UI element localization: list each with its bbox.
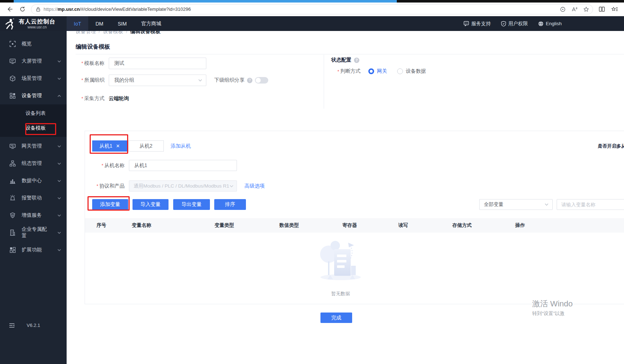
chevron-down-icon xyxy=(57,77,61,81)
sidebar-item-enterprise-config[interactable]: 企业专属配置 xyxy=(0,224,67,241)
sidebar-item-label: 概览 xyxy=(22,41,61,47)
protocol-label: 协议和产品 xyxy=(99,183,125,189)
sidebar-item-gateway-mgmt[interactable]: 网关管理 xyxy=(0,138,67,155)
nav-tab-iot[interactable]: IoT xyxy=(67,16,88,31)
breadcrumb-item[interactable]: 设备模板 xyxy=(103,31,123,34)
url-domain: mp.usr.cn xyxy=(58,6,80,12)
chevron-up-icon xyxy=(57,94,61,98)
add-slave-link[interactable]: 添加从机 xyxy=(171,143,191,149)
sidebar-item-data-center[interactable]: 数据中心 xyxy=(0,172,67,189)
tab-slave-2[interactable]: 从机2 xyxy=(128,140,164,152)
chevron-down-icon xyxy=(57,59,61,63)
org-select-value: 我的分组 xyxy=(114,77,134,84)
back-icon[interactable] xyxy=(5,5,14,14)
sidebar-item-label: 网关管理 xyxy=(22,143,51,149)
multi-slave-label: 是否开启多从机 xyxy=(598,143,624,149)
collapse-sidebar-icon[interactable] xyxy=(9,323,15,328)
org-select[interactable]: 我的分组 xyxy=(109,75,206,86)
collections-icon[interactable] xyxy=(610,5,619,14)
nav-tab-dm[interactable]: DM xyxy=(88,16,111,31)
split-screen-icon[interactable] xyxy=(597,5,606,14)
form-vertical-divider xyxy=(324,55,324,109)
address-bar[interactable]: https://mp.usr.cn/#/cloud/device/ViewEdi… xyxy=(31,4,593,14)
template-name-input[interactable] xyxy=(109,58,206,69)
slave-panel: 从机1 ✕ 从机2 添加从机 是否开启多从机 *从机名称 *协议和产品 通用Mo… xyxy=(85,131,624,304)
protocol-select-disabled: 通用Modbus / PLC / DL/Modbus/Modbus R1 xyxy=(129,180,237,192)
import-variable-button[interactable]: 导入变量 xyxy=(133,199,169,210)
big-screen-icon xyxy=(9,58,16,64)
sidebar-item-device-mgmt[interactable]: 设备管理 xyxy=(0,87,67,104)
close-tab-icon[interactable]: ✕ xyxy=(116,143,120,149)
column-header: 操作 xyxy=(515,222,624,229)
variable-search-input[interactable] xyxy=(557,199,624,210)
refresh-icon[interactable] xyxy=(18,5,27,14)
gem-shield-icon xyxy=(9,212,16,219)
browser-tab-strip xyxy=(0,0,624,3)
sidebar-item-alarm-linkage[interactable]: 报警联动 xyxy=(0,189,67,207)
share-toggle[interactable] xyxy=(255,77,268,84)
sidebar-item-screen-mgmt[interactable]: 大屏管理 xyxy=(0,53,67,70)
title-divider xyxy=(76,54,624,54)
protocol-row: *协议和产品 通用Modbus / PLC / DL/Modbus/Modbus… xyxy=(92,180,237,192)
usr-logo-icon xyxy=(5,18,15,30)
chevron-down-icon xyxy=(229,184,234,188)
sidebar-item-device-template[interactable]: 设备模板 xyxy=(0,121,67,135)
sidebar-item-extensions[interactable]: 扩展功能 xyxy=(0,241,67,259)
device-submenu: 设备列表 设备模板 xyxy=(0,104,67,137)
column-header: 变量类型 xyxy=(215,222,279,229)
share-label: 下级组织分享 xyxy=(214,77,244,84)
logo[interactable]: 有人云控制台 www.usr.cn xyxy=(0,16,67,31)
advanced-options-link[interactable]: 高级选项 xyxy=(244,183,265,189)
add-variable-button[interactable]: 添加变量 xyxy=(92,199,128,210)
url-protocol: https:// xyxy=(44,6,58,12)
sidebar-item-hmi-mgmt[interactable]: 组态管理 xyxy=(0,155,67,172)
read-aloud-icon[interactable] xyxy=(571,6,578,12)
gateway-icon xyxy=(9,143,16,149)
judge-method-row: * 判断方式 网关 设备数据 xyxy=(337,68,426,75)
help-icon[interactable]: ? xyxy=(354,58,359,63)
template-name-label: 模板名称 xyxy=(84,60,104,66)
breadcrumb: 设备管理/设备模板/编辑设备模板 xyxy=(76,31,161,35)
page-actions-icon[interactable] xyxy=(560,6,566,12)
variable-filter-select[interactable]: 全部变量 xyxy=(479,199,553,210)
browser-chrome: https://mp.usr.cn/#/cloud/device/ViewEdi… xyxy=(0,0,624,16)
sidebar-item-label: 扩展功能 xyxy=(22,247,51,253)
main-content: 设备管理/设备模板/编辑设备模板 编辑设备模板 *模板名称 *所属组织 我的分组… xyxy=(67,31,624,364)
alarm-icon xyxy=(9,195,16,201)
slave-name-label: 从机名称 xyxy=(104,162,125,168)
nav-tab-sim[interactable]: SIM xyxy=(111,16,134,31)
radio-unselected-icon xyxy=(397,68,403,74)
support-link[interactable]: 服务支持 xyxy=(463,21,491,27)
permissions-link[interactable]: 用户权限 xyxy=(501,21,528,27)
sidebar-item-value-added[interactable]: 增值服务 xyxy=(0,207,67,224)
slave-name-input[interactable] xyxy=(129,160,237,171)
radio-device-data[interactable]: 设备数据 xyxy=(397,68,426,75)
shield-icon xyxy=(501,21,506,27)
sidebar-item-scene-mgmt[interactable]: 场景管理 xyxy=(0,70,67,87)
sidebar-item-device-list[interactable]: 设备列表 xyxy=(0,106,67,121)
empty-illustration xyxy=(314,235,368,282)
column-header: 存储方式 xyxy=(452,222,515,229)
help-icon[interactable]: ? xyxy=(247,78,252,83)
globe-icon xyxy=(538,21,544,27)
finish-button[interactable]: 完成 xyxy=(320,313,352,323)
chevron-down-icon xyxy=(57,179,61,183)
radio-gateway[interactable]: 网关 xyxy=(368,68,387,75)
nav-tab-mall[interactable]: 官方商城 xyxy=(134,16,169,31)
export-variable-button[interactable]: 导出变量 xyxy=(173,199,210,210)
favorite-star-icon[interactable] xyxy=(583,6,589,12)
sidebar-item-overview[interactable]: 概览 xyxy=(0,35,67,53)
site-permissions-icon[interactable] xyxy=(36,7,41,12)
variable-filter-value: 全部变量 xyxy=(484,201,503,208)
scene-icon xyxy=(9,75,16,82)
breadcrumb-item[interactable]: 设备管理 xyxy=(76,31,96,34)
sidebar-item-label: 大屏管理 xyxy=(22,58,51,64)
protocol-value: 通用Modbus / PLC / DL/Modbus/Modbus R1 xyxy=(134,183,229,189)
language-link[interactable]: English xyxy=(538,21,562,27)
tab-slave-1[interactable]: 从机1 ✕ xyxy=(92,140,127,152)
column-header: 数值类型 xyxy=(279,222,342,229)
sidebar-item-label: 场景管理 xyxy=(22,75,51,82)
column-header: 序号 xyxy=(96,222,132,229)
sort-button[interactable]: 排序 xyxy=(214,199,246,210)
collect-value: 云端轮询 xyxy=(109,95,129,102)
